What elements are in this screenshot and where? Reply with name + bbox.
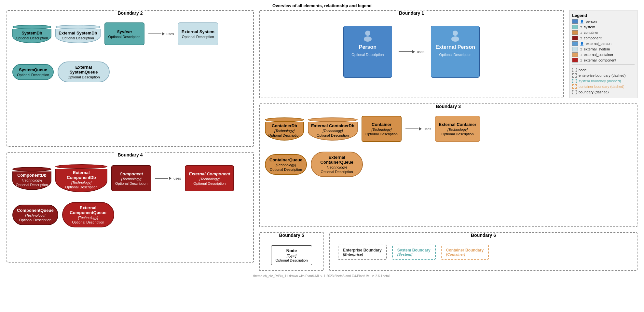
legend-box: Legend 👤 person □ system □ container xyxy=(569,10,637,98)
boundary-2-title: Boundary 2 xyxy=(115,10,145,16)
ext-component-card: External Component [Technology] Optional… xyxy=(185,165,234,191)
boundary4-arrow: uses xyxy=(155,176,181,180)
legend-ext-component-swatch xyxy=(572,58,578,62)
systemdb-body: SystemDb Optional Description xyxy=(12,29,51,43)
ext-containerdb-body: External ContainerDb [Technology] Option… xyxy=(308,122,358,141)
ext-component-label: External Component xyxy=(189,171,230,176)
node-label: Node xyxy=(275,248,308,253)
system-label: System xyxy=(117,29,132,34)
arrow-head-3 xyxy=(419,127,422,130)
containerdb-label: ContainerDb xyxy=(268,123,301,128)
ext-componentdb-label: External ComponentDb xyxy=(59,170,104,180)
ext-systemdb-top xyxy=(55,25,101,29)
boundary-4-title: Boundary 4 xyxy=(115,152,145,157)
containerdb-top xyxy=(265,117,304,122)
legend-ext-person-icon: 👤 xyxy=(580,42,584,46)
container-boundary-box: Container Boundary [Container] xyxy=(441,245,489,260)
containerqueue-card: ContainerQueue [Technology] Optional Des… xyxy=(265,154,307,175)
legend-container-boundary-label: container boundary (dashed) xyxy=(579,85,624,88)
container-boundary-label: Container Boundary xyxy=(446,248,484,252)
ext-systemdb-body: External SystemDb Optional Description xyxy=(55,29,101,43)
systemdb-label: SystemDb xyxy=(16,31,48,35)
arrow-icon-4 xyxy=(155,177,171,180)
boundary2-row1: SystemDb Optional Description External S… xyxy=(12,22,248,45)
legend-component: □ component xyxy=(572,36,635,40)
boundary2-arrow: uses xyxy=(148,32,174,36)
arrow-icon-3 xyxy=(405,127,422,130)
right-column: Boundary 1 Person Optional Description xyxy=(259,10,637,271)
ext-systemdb-card: External SystemDb Optional Description xyxy=(55,25,101,43)
system-boundary-box: System Boundary [System] xyxy=(392,245,436,260)
ext-person-label: External Person xyxy=(435,44,475,50)
legend-system-boundary-label: system boundary (dashed) xyxy=(579,79,621,83)
boundary5-content: Node [Type] Optional Description xyxy=(265,245,318,265)
ext-containerqueue-card: External ContainerQueue [Technology] Opt… xyxy=(311,152,363,177)
ext-systemqueue-label: External SystemQueue xyxy=(62,65,105,75)
boundary-5-title: Boundary 5 xyxy=(276,233,307,238)
container-card: Container [Technology] Optional Descript… xyxy=(362,116,402,142)
legend-ext-system-swatch xyxy=(572,47,578,51)
systemqueue-card: SystemQueue Optional Description xyxy=(12,64,54,80)
ext-containerqueue-desc: Optional Description xyxy=(321,170,353,174)
arrow-uses-label: uses xyxy=(167,32,174,36)
boundary4-row1: ComponentDb [Technology] Optional Descri… xyxy=(12,164,248,192)
boundary-6: Boundary 6 Enterprise Boundary [Enterpri… xyxy=(329,232,637,271)
legend-person-swatch xyxy=(572,19,578,24)
ext-containerdb-card: External ContainerDb [Technology] Option… xyxy=(308,117,358,141)
legend-system-swatch xyxy=(572,25,578,29)
svg-point-2 xyxy=(453,31,458,36)
arrow-line-4 xyxy=(155,178,168,179)
legend-ext-container-icon: □ xyxy=(580,53,582,57)
ext-componentdb-top xyxy=(55,164,107,169)
legend-ext-component: □ external_component xyxy=(572,58,635,62)
person-desc: Optional Description xyxy=(351,53,384,57)
boundary-2: Boundary 2 SystemDb Optional Description… xyxy=(7,10,254,147)
ext-componentqueue-label: External ComponentQueue xyxy=(67,205,110,215)
page-title: Overview of all elements, relationship a… xyxy=(0,0,644,10)
arrow-line xyxy=(148,34,161,34)
ext-person-desc: Optional Description xyxy=(439,53,472,57)
legend-ext-person-label: external_person xyxy=(586,42,611,46)
system-boundary-sub: [System] xyxy=(397,252,431,256)
legend-ext-system: □ external_system xyxy=(572,47,635,51)
boundary-5: Boundary 5 Node [Type] Optional Descript… xyxy=(259,232,324,271)
legend-boundary-square xyxy=(572,90,577,94)
ext-containerqueue-tech: [Technology] xyxy=(327,165,347,169)
arrow-line-1 xyxy=(399,51,412,52)
containerdb-body: ContainerDb [Technology] Optional Descri… xyxy=(265,122,304,141)
legend-container-boundary: container boundary (dashed) xyxy=(572,84,635,89)
boundary-6-title: Boundary 6 xyxy=(468,233,499,238)
arrow-uses-label-3: uses xyxy=(424,127,431,131)
containerqueue-tech: [Technology] xyxy=(276,163,296,167)
system-desc: Optional Description xyxy=(108,35,141,39)
ext-containerdb-tech: [Technology] xyxy=(311,129,354,133)
componentqueue-card: ComponentQueue [Technology] Optional Des… xyxy=(12,205,58,225)
legend-ext-component-label: external_component xyxy=(584,58,616,62)
svg-point-3 xyxy=(451,36,459,42)
boundary3-arrow: uses xyxy=(405,127,431,131)
boundary-1-title: Boundary 1 xyxy=(396,10,427,16)
legend-node-square xyxy=(572,68,577,72)
boundary1-row: Person Optional Description uses xyxy=(265,22,558,78)
legend-ext-person: 👤 external_person xyxy=(572,41,635,46)
ext-containerdb-desc: Optional Description xyxy=(311,133,354,137)
legend-ext-person-swatch xyxy=(572,41,578,46)
ext-componentqueue-card: External ComponentQueue [Technology] Opt… xyxy=(62,202,114,227)
legend-container-swatch xyxy=(572,30,578,35)
componentqueue-tech: [Technology] xyxy=(25,213,45,217)
svg-point-0 xyxy=(365,31,370,36)
bottom-row: Boundary 5 Node [Type] Optional Descript… xyxy=(259,232,637,271)
node-card: Node [Type] Optional Description xyxy=(271,245,312,265)
componentdb-label: ComponentDb xyxy=(16,173,48,178)
legend-enterprise-boundary: enterprise boundary (dashed) xyxy=(572,73,635,78)
ext-container-desc: Optional Description xyxy=(442,132,474,136)
boundary-3-title: Boundary 3 xyxy=(433,104,463,109)
ext-componentdb-tech: [Technology] xyxy=(59,181,104,184)
ext-system-label: External System xyxy=(182,29,214,34)
ext-componentdb-card: External ComponentDb [Technology] Option… xyxy=(55,164,107,192)
container-desc: Optional Description xyxy=(365,132,398,136)
arrow-uses-label-4: uses xyxy=(173,176,181,180)
ext-systemqueue-card: External SystemQueue Optional Descriptio… xyxy=(58,61,110,82)
ext-systemdb-label: External SystemDb xyxy=(59,31,97,35)
legend-node: node xyxy=(572,68,635,72)
